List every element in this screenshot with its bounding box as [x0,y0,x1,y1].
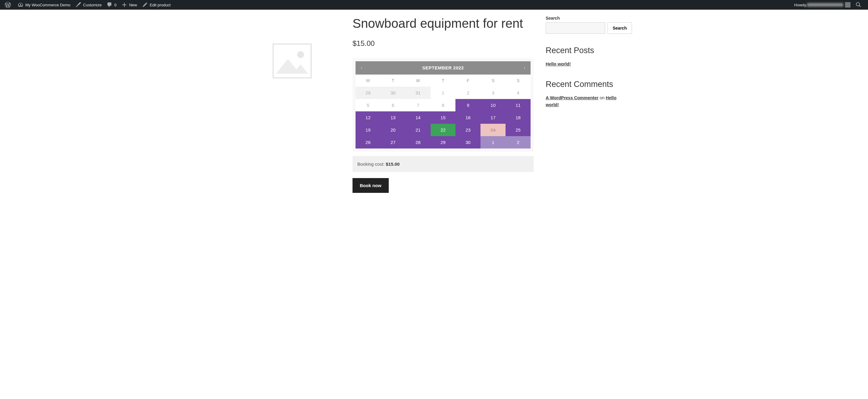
calendar-cell[interactable]: 14 [406,111,431,124]
booking-cost: Booking cost: $15.00 [352,156,534,172]
calendar-month-label: SEPTEMBER 2022 [368,65,519,70]
admin-bar: My WooCommerce Demo Customize 0 New Edit… [0,0,868,10]
customize-label: Customize [83,3,101,7]
calendar-prev[interactable]: ‹ [355,66,368,70]
calendar-cell[interactable]: 9 [456,99,480,111]
calendar-cell: 2 [456,87,480,99]
calendar-cell[interactable]: 19 [355,124,380,136]
calendar-day-header: T [431,74,456,87]
calendar-cell: 29 [355,87,380,99]
product-title: Snowboard equipment for rent [352,16,534,32]
booking-cost-value: $15.00 [386,161,400,166]
username-blurred [807,3,843,7]
booking-cost-label: Booking cost: [357,161,386,166]
recent-comments-widget: Recent Comments A WordPress Commenter on… [546,80,624,109]
booking-calendar: ‹ SEPTEMBER 2022 › MTWTFSS 2930311234567… [352,58,534,152]
edit-label: Edit product [150,3,170,7]
wp-logo[interactable] [2,0,15,10]
admin-bar-right: Howdy, [792,0,866,10]
customize-menu[interactable]: Customize [73,0,104,10]
calendar-cell[interactable]: 30 [456,136,480,149]
calendar-day-header: F [456,74,480,87]
brush-icon [75,2,81,8]
recent-post-link[interactable]: Hello world! [546,62,571,66]
avatar [845,2,850,7]
calendar-day-headers: MTWTFSS [355,74,531,87]
calendar-day-header: T [380,74,406,87]
calendar-cell: 31 [406,87,431,99]
calendar-cell: 6 [380,99,406,111]
calendar-cell[interactable]: 22 [431,124,456,136]
howdy-menu[interactable]: Howdy, [792,0,853,10]
calendar-cells: 2930311234567891011121314151617181920212… [355,87,531,149]
site-menu[interactable]: My WooCommerce Demo [15,0,73,10]
placeholder-image-icon [271,40,313,82]
comments-menu[interactable]: 0 [104,0,119,10]
on-text: on [598,95,606,100]
edit-product-menu[interactable]: Edit product [140,0,173,10]
calendar-cell[interactable]: 28 [406,136,431,149]
dashboard-icon [18,2,24,8]
calendar-cell[interactable]: 1 [480,136,505,149]
calendar-cell: 3 [480,87,505,99]
calendar-cell[interactable]: 17 [480,111,505,124]
calendar-cell[interactable]: 15 [431,111,456,124]
calendar-cell: 30 [380,87,406,99]
calendar-cell[interactable]: 2 [505,136,531,149]
calendar-day-header: S [480,74,505,87]
calendar-cell[interactable]: 25 [505,124,531,136]
search-input[interactable] [546,22,605,34]
product-price: $15.00 [352,39,534,48]
pencil-icon [142,2,148,8]
admin-bar-left: My WooCommerce Demo Customize 0 New Edit… [2,0,173,10]
plus-icon [121,2,127,8]
main-container: Snowboard equipment for rent $15.00 ‹ SE… [238,10,630,193]
calendar-cell: 24 [480,124,505,136]
search-icon [855,2,861,8]
calendar-cell[interactable]: 27 [380,136,406,149]
comment-author-link[interactable]: A WordPress Commenter [546,95,598,100]
calendar-cell: 1 [431,87,456,99]
calendar-cell[interactable]: 21 [406,124,431,136]
calendar-cell[interactable]: 10 [480,99,505,111]
new-label: New [129,3,137,7]
sidebar: Search Search Recent Posts Hello world! … [546,10,624,193]
calendar-cell[interactable]: 23 [456,124,480,136]
calendar-cell: 5 [355,99,380,111]
calendar-cell[interactable]: 11 [505,99,531,111]
comments-count: 0 [114,3,117,7]
site-name-label: My WooCommerce Demo [25,3,70,7]
calendar-day-header: S [505,74,531,87]
search-widget: Search Search [546,16,624,34]
calendar-cell[interactable]: 12 [355,111,380,124]
calendar-cell: 7 [406,99,431,111]
search-toggle[interactable] [853,0,866,10]
calendar-cell[interactable]: 20 [380,124,406,136]
calendar-cell[interactable]: 26 [355,136,380,149]
calendar-cell[interactable]: 18 [505,111,531,124]
recent-posts-title: Recent Posts [546,46,624,55]
calendar-next[interactable]: › [519,66,531,70]
calendar-cell: 4 [505,87,531,99]
calendar-cell[interactable]: 13 [380,111,406,124]
calendar-header: ‹ SEPTEMBER 2022 › [355,61,531,74]
new-menu[interactable]: New [119,0,140,10]
product-summary: Snowboard equipment for rent $15.00 ‹ SE… [352,10,534,193]
book-now-button[interactable]: Book now [352,178,389,193]
calendar-day-header: M [355,74,380,87]
wordpress-icon [5,2,11,8]
calendar-cell[interactable]: 29 [431,136,456,149]
search-title: Search [546,16,624,21]
calendar-cell[interactable]: 16 [456,111,480,124]
comment-icon [106,2,113,8]
recent-posts-widget: Recent Posts Hello world! [546,46,624,68]
svg-point-1 [297,51,304,58]
product-image-column [244,10,340,193]
calendar-day-header: W [406,74,431,87]
howdy-label: Howdy, [794,3,807,7]
recent-comments-title: Recent Comments [546,80,624,89]
calendar-cell: 8 [431,99,456,111]
search-button[interactable]: Search [608,22,632,34]
